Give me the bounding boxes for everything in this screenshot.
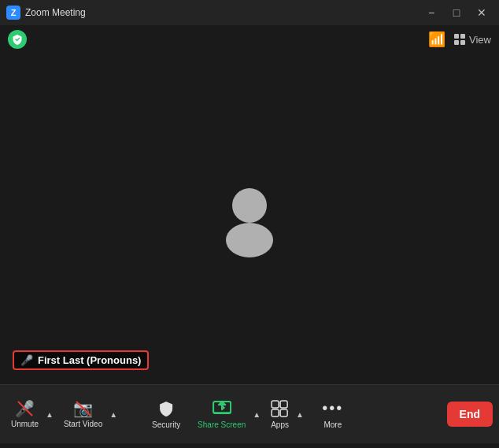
unmute-label: Unmute bbox=[11, 420, 39, 428]
security-label: Security bbox=[152, 420, 180, 429]
share-screen-label: Share Screen bbox=[198, 420, 246, 429]
shield-icon bbox=[12, 34, 23, 45]
grid-icon bbox=[453, 33, 466, 46]
svg-point-6 bbox=[232, 188, 267, 223]
more-button[interactable]: ••• More bbox=[309, 396, 357, 432]
window-controls: − □ ✕ bbox=[420, 3, 493, 22]
share-screen-icon bbox=[213, 400, 231, 417]
name-label: 🎤 First Last (Pronouns) bbox=[13, 350, 149, 370]
apps-label: Apps bbox=[271, 420, 289, 429]
svg-text:Z: Z bbox=[11, 8, 17, 17]
start-video-caret-button[interactable]: ▲ bbox=[107, 397, 120, 431]
svg-rect-19 bbox=[281, 409, 288, 417]
end-button[interactable]: End bbox=[447, 402, 493, 427]
start-video-group: 📷 Start Video ▲ bbox=[59, 397, 120, 431]
svg-rect-17 bbox=[281, 401, 288, 408]
apps-icon bbox=[272, 400, 289, 417]
maximize-button[interactable]: □ bbox=[445, 3, 468, 22]
topbar-right: 📶 View bbox=[428, 31, 491, 48]
svg-point-7 bbox=[226, 223, 273, 257]
svg-rect-4 bbox=[454, 40, 459, 45]
more-dots-icon: ••• bbox=[322, 399, 343, 417]
title-bar-left: Z Zoom Meeting bbox=[6, 6, 86, 20]
security-icon bbox=[157, 400, 175, 417]
toolbar-right: End bbox=[447, 402, 493, 427]
window-title: Zoom Meeting bbox=[25, 7, 86, 18]
zoom-logo-icon: Z bbox=[6, 6, 20, 20]
meeting-topbar: 📶 View bbox=[0, 25, 499, 54]
audio-icon: 📶 bbox=[428, 31, 445, 48]
view-button[interactable]: View bbox=[453, 33, 491, 46]
unmute-button[interactable]: 🎤 Unmute bbox=[6, 398, 43, 431]
toolbar-center: Security bbox=[142, 396, 357, 432]
participant-name: First Last (Pronouns) bbox=[38, 354, 141, 366]
apps-button[interactable]: Apps bbox=[266, 397, 294, 432]
avatar-icon bbox=[206, 176, 293, 262]
svg-rect-5 bbox=[460, 40, 465, 45]
share-screen-group: Share Screen ▲ bbox=[193, 397, 263, 432]
video-area: 🎤 First Last (Pronouns) bbox=[0, 54, 499, 384]
start-video-button[interactable]: 📷 Start Video bbox=[59, 398, 107, 431]
svg-rect-16 bbox=[272, 401, 279, 408]
muted-mic-icon: 🎤 bbox=[20, 354, 33, 366]
camera-icon-wrapper: 📷 bbox=[73, 401, 93, 417]
apps-group: Apps ▲ bbox=[266, 397, 306, 432]
minimize-button[interactable]: − bbox=[420, 3, 442, 22]
apps-caret-button[interactable]: ▲ bbox=[294, 397, 306, 431]
share-screen-button[interactable]: Share Screen bbox=[193, 397, 250, 432]
toolbar-left: 🎤 Unmute ▲ 📷 Start Video ▲ bbox=[6, 397, 120, 431]
security-shield-badge bbox=[8, 30, 27, 49]
unmute-caret-button[interactable]: ▲ bbox=[43, 397, 56, 431]
share-screen-caret-button[interactable]: ▲ bbox=[250, 397, 263, 431]
title-bar: Z Zoom Meeting − □ ✕ bbox=[0, 0, 499, 25]
security-button[interactable]: Security bbox=[142, 397, 190, 432]
mic-icon-wrapper: 🎤 bbox=[15, 401, 35, 417]
toolbar: 🎤 Unmute ▲ 📷 Start Video ▲ bbox=[0, 384, 499, 443]
svg-rect-3 bbox=[460, 34, 465, 39]
svg-rect-18 bbox=[272, 409, 279, 417]
unmute-group: 🎤 Unmute ▲ bbox=[6, 397, 56, 431]
view-label: View bbox=[469, 34, 491, 46]
svg-rect-2 bbox=[454, 34, 459, 39]
start-video-label: Start Video bbox=[64, 420, 102, 428]
more-label: More bbox=[323, 420, 342, 429]
avatar-container bbox=[206, 176, 293, 262]
close-button[interactable]: ✕ bbox=[471, 3, 493, 22]
